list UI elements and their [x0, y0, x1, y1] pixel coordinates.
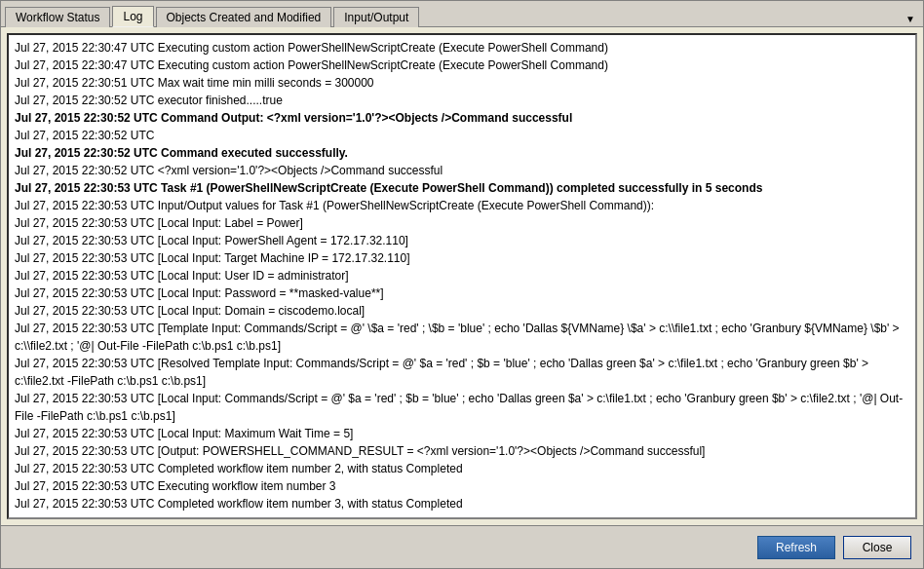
close-button[interactable]: Close	[843, 536, 911, 559]
log-line: Jul 27, 2015 22:30:53 UTC [Local Input: …	[15, 284, 909, 302]
log-line: Jul 27, 2015 22:30:53 UTC Input/Output v…	[15, 197, 909, 214]
refresh-button[interactable]: Refresh	[757, 536, 835, 559]
log-line: Jul 27, 2015 22:30:52 UTC Command Output…	[15, 109, 909, 127]
log-line: Jul 27, 2015 22:30:53 UTC [Local Input: …	[15, 232, 909, 249]
log-line: Jul 27, 2015 22:30:52 UTC Command execut…	[15, 144, 909, 162]
log-line: Jul 27, 2015 22:30:53 UTC [Local Input: …	[15, 267, 909, 284]
tab-input-output[interactable]: Input/Output	[333, 7, 419, 27]
log-line: Jul 27, 2015 22:30:52 UTC	[15, 127, 909, 144]
log-line: Jul 27, 2015 22:30:53 UTC [Local Input: …	[15, 249, 909, 267]
log-line: Jul 27, 2015 22:30:53 UTC Executing work…	[15, 477, 909, 495]
log-line: Jul 27, 2015 22:30:52 UTC <?xml version=…	[15, 162, 909, 179]
log-line: Jul 27, 2015 22:30:53 UTC [Local Input: …	[15, 302, 909, 320]
log-line: Jul 27, 2015 22:30:53 UTC [Local Input: …	[15, 390, 909, 425]
log-line: Jul 27, 2015 22:30:47 UTC Executing cust…	[15, 57, 909, 74]
tab-dropdown-arrow[interactable]: ▼	[902, 12, 919, 26]
tab-bar: Workflow StatusLogObjects Created and Mo…	[1, 1, 923, 27]
log-line: Jul 27, 2015 22:30:53 UTC [Local Input: …	[15, 214, 909, 232]
log-line: Jul 27, 2015 22:30:52 UTC executor finis…	[15, 92, 909, 109]
tab-workflow-status[interactable]: Workflow Status	[5, 7, 110, 27]
tab-log[interactable]: Log	[112, 6, 153, 27]
content-area: Jul 27, 2015 22:30:47 UTC Executing cust…	[1, 27, 923, 525]
log-line: Jul 27, 2015 22:30:53 UTC Task #1 (Power…	[15, 179, 909, 197]
log-line: Jul 27, 2015 22:30:53 UTC [Resolved Temp…	[15, 355, 909, 390]
log-line: Jul 27, 2015 22:30:53 UTC [Output: POWER…	[15, 442, 909, 460]
log-container[interactable]: Jul 27, 2015 22:30:47 UTC Executing cust…	[7, 33, 917, 519]
tab-objects-created-modified[interactable]: Objects Created and Modified	[156, 7, 332, 27]
footer: Refresh Close	[1, 525, 923, 568]
tab-bar-end: ▼	[902, 12, 923, 26]
log-line: Jul 27, 2015 22:30:47 UTC Executing cust…	[15, 39, 909, 57]
main-window: Workflow StatusLogObjects Created and Mo…	[0, 0, 924, 569]
log-line: Jul 27, 2015 22:30:53 UTC [Template Inpu…	[15, 320, 909, 355]
log-line: Jul 27, 2015 22:30:53 UTC [Local Input: …	[15, 425, 909, 442]
log-line: Jul 27, 2015 22:30:53 UTC Completed work…	[15, 495, 909, 512]
log-line: Jul 27, 2015 22:30:53 UTC Completed work…	[15, 460, 909, 477]
log-line: Jul 27, 2015 22:30:51 UTC Max wait time …	[15, 74, 909, 92]
